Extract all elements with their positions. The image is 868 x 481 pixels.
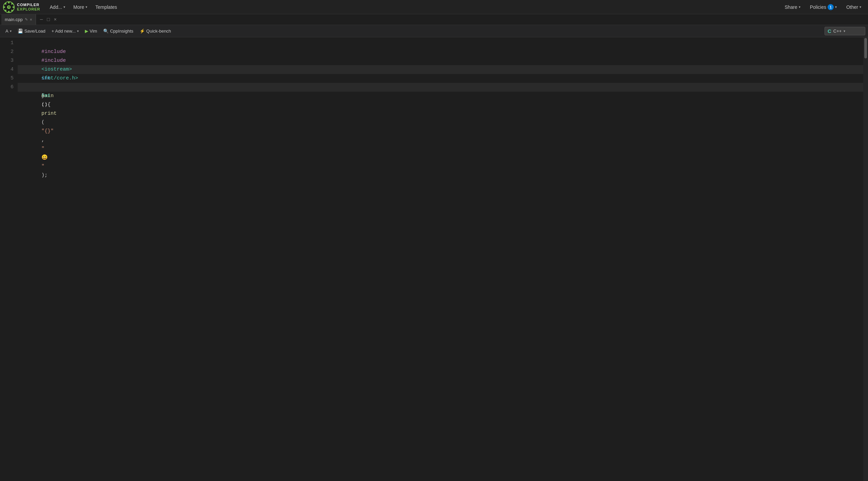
code-line-5: fmt :: print ( "{}" , " 😄 " ); [18, 74, 868, 83]
quickbench-button[interactable]: ⚡ Quick-bench [137, 27, 174, 35]
code-line-1: #include <iostream> [18, 39, 868, 48]
policies-badge: 1 [828, 4, 834, 10]
language-label: C++ [833, 29, 842, 34]
scrollbar-thumb[interactable] [864, 38, 867, 58]
file-tab-main-cpp[interactable]: main.cpp ✎ × [1, 14, 36, 25]
str-format: "{}" [41, 128, 54, 134]
cpp-lang-icon: C [828, 28, 831, 34]
fn-print: print [41, 111, 57, 116]
keyword-int: int [41, 75, 51, 81]
language-selector[interactable]: C C++ ▾ [825, 27, 865, 35]
window-controls: ─ □ × [39, 17, 58, 22]
cppinsights-button[interactable]: 🔍 CppInsights [100, 27, 136, 35]
logo-icon: E [3, 1, 15, 13]
svg-rect-3 [3, 6, 5, 8]
save-load-button[interactable]: 💾 Save/Load [15, 27, 48, 35]
file-tab-edit-icon[interactable]: ✎ [25, 17, 28, 22]
nav-policies-label: Policies [810, 4, 826, 10]
vertical-scrollbar[interactable] [863, 37, 868, 481]
line-number-4: 4 [5, 65, 14, 74]
pp-include-1: #include [41, 49, 66, 55]
pp-include-2: #include [41, 58, 66, 63]
editor-toolbar: A ▾ 💾 Save/Load + Add new... ▾ ▶ Vim 🔍 C… [0, 25, 868, 37]
logo-text: COMPILER EXPLORER [17, 3, 40, 11]
quickbench-icon: ⚡ [140, 29, 145, 34]
nav-add[interactable]: Add... ▾ [46, 3, 70, 11]
save-load-label: Save/Load [24, 29, 45, 34]
nav-more[interactable]: More ▾ [69, 3, 91, 11]
include-path-1: <iostream> [41, 67, 72, 72]
save-icon: 💾 [18, 29, 23, 34]
add-dropdown-arrow: ▾ [63, 5, 65, 9]
code-line-2: #include <fmt/core.h> [18, 48, 868, 56]
more-dropdown-arrow: ▾ [86, 5, 87, 9]
maximize-icon[interactable]: □ [45, 17, 51, 22]
minimize-icon[interactable]: ─ [39, 17, 44, 22]
other-dropdown-arrow: ▾ [860, 5, 861, 9]
tab-bar: main.cpp ✎ × ─ □ × [0, 14, 868, 25]
quickbench-label: Quick-bench [146, 29, 171, 34]
nav-other[interactable]: Other ▾ [842, 3, 865, 11]
cppinsights-label: CppInsights [110, 29, 133, 34]
nav-templates[interactable]: Templates [91, 3, 121, 11]
logo-area[interactable]: E COMPILER EXPLORER [3, 1, 40, 13]
logo-compiler: COMPILER [17, 3, 40, 7]
lang-dropdown-arrow: ▾ [844, 29, 845, 33]
code-line-6: } [18, 83, 868, 92]
close-window-icon[interactable]: × [53, 17, 58, 22]
logo-explorer: EXPLORER [17, 7, 40, 11]
svg-text:E: E [8, 5, 10, 9]
font-size-label: A [5, 29, 8, 34]
vim-button[interactable]: ▶ Vim [82, 27, 100, 35]
line-number-6: 6 [5, 83, 14, 92]
svg-rect-1 [8, 2, 10, 3]
code-line-3 [18, 56, 868, 65]
font-dropdown-arrow: ▾ [10, 29, 12, 33]
line-number-1: 1 [5, 39, 14, 48]
nav-other-label: Other [846, 4, 858, 10]
nav-add-label: Add... [50, 4, 62, 10]
cppinsights-icon: 🔍 [103, 29, 109, 34]
line-number-5: 5 [5, 74, 14, 83]
str-emoji-close: " [41, 164, 44, 169]
file-tab-name: main.cpp [5, 17, 23, 22]
add-new-label: + Add new... [52, 29, 76, 34]
nav-more-label: More [73, 4, 84, 10]
share-dropdown-arrow: ▾ [799, 5, 800, 9]
line-numbers: 1 2 3 4 5 6 [0, 37, 18, 481]
file-tab-close-icon[interactable]: × [30, 17, 32, 22]
code-line-4: int main (){ [18, 65, 868, 74]
nav-templates-label: Templates [95, 4, 117, 10]
nav-share-label: Share [784, 4, 797, 10]
policies-dropdown-arrow: ▾ [835, 5, 837, 9]
svg-rect-4 [13, 6, 14, 8]
font-size-button[interactable]: A ▾ [3, 27, 14, 35]
code-content[interactable]: #include <iostream> #include <fmt/core.h… [18, 37, 868, 481]
emoji-grinning: 😄 [41, 155, 48, 161]
vim-icon: ▶ [85, 29, 88, 34]
line-number-2: 2 [5, 48, 14, 56]
line-number-3: 3 [5, 56, 14, 65]
top-nav: E COMPILER EXPLORER Add... ▾ More ▾ Temp… [0, 0, 868, 14]
str-emoji-open: " [41, 146, 44, 152]
vim-label: Vim [90, 29, 97, 34]
add-new-button[interactable]: + Add new... ▾ [49, 27, 81, 35]
nav-policies[interactable]: Policies 1 ▾ [806, 3, 841, 12]
add-new-dropdown-arrow: ▾ [77, 29, 79, 33]
svg-rect-2 [8, 11, 10, 13]
editor-area: 1 2 3 4 5 6 #include <iostream> #include… [0, 37, 868, 481]
nav-right: Share ▾ Policies 1 ▾ Other ▾ [780, 3, 865, 12]
nav-share[interactable]: Share ▾ [780, 3, 804, 11]
